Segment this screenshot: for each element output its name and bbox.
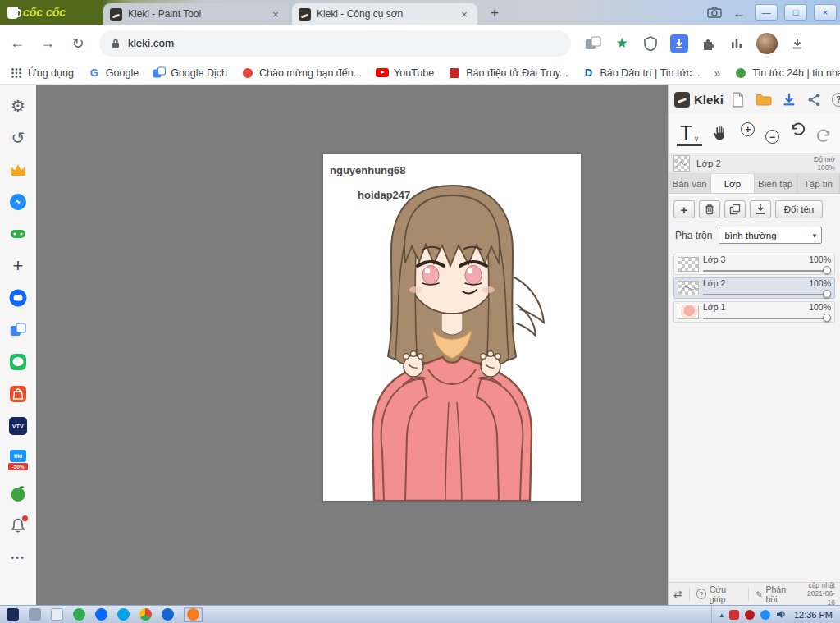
- bookmark-bao-dien-tu[interactable]: Báo điện tử Đài Truy...: [448, 66, 568, 80]
- bookmark-google-dich[interactable]: Google Dịch: [153, 66, 227, 80]
- tab-tap-tin[interactable]: Tập tin: [797, 174, 840, 193]
- download-manager-icon[interactable]: [670, 34, 688, 53]
- feedback-link[interactable]: ✎ Phản hồi: [756, 584, 797, 604]
- tab-kleki-cong-cu-son[interactable]: Kleki - Công cụ sơn ×: [292, 3, 477, 25]
- bookmarks-overflow-chevron[interactable]: »: [714, 66, 720, 80]
- coccoc-green-icon[interactable]: [73, 608, 85, 621]
- games-controller-icon[interactable]: [8, 224, 28, 244]
- new-image-icon[interactable]: [730, 91, 746, 108]
- taskbar-clock[interactable]: 12:36 PM: [792, 610, 833, 620]
- new-tab-button[interactable]: +: [486, 4, 504, 22]
- rewards-crown-icon[interactable]: [8, 160, 28, 180]
- zoom-out-icon[interactable]: −: [765, 130, 779, 144]
- nav-forward-icon[interactable]: →: [34, 30, 61, 57]
- bookmark-star-icon[interactable]: ★: [613, 34, 631, 53]
- bookmark-chao-mung[interactable]: Chào mừng bạn đến...: [241, 66, 362, 80]
- bookmark-tin-tuc-24h[interactable]: Tin tức 24h | tin nha...: [734, 66, 840, 80]
- tab-ban-van[interactable]: Bản văn: [669, 174, 711, 193]
- bookmark-google[interactable]: G Google: [88, 66, 139, 80]
- save-download-icon[interactable]: [781, 91, 797, 108]
- bookmark-dan-tri[interactable]: D Báo Dân trí | Tin tức...: [582, 66, 700, 80]
- layer-opacity-slider[interactable]: [703, 266, 831, 274]
- zalo-icon[interactable]: [8, 288, 28, 308]
- layer-opacity-slider[interactable]: [703, 290, 831, 298]
- more-apps-icon[interactable]: •••: [8, 547, 28, 567]
- vtv-go-icon[interactable]: VTV: [8, 416, 28, 436]
- messenger-icon[interactable]: [8, 192, 28, 212]
- chrome-icon[interactable]: [139, 608, 152, 621]
- system-tray: ▴ 12:36 PM: [711, 606, 840, 623]
- maximize-button[interactable]: □: [784, 4, 807, 21]
- desktop-icon[interactable]: [29, 608, 41, 621]
- history-icon[interactable]: ↺: [8, 128, 28, 148]
- start-icon[interactable]: [7, 608, 19, 621]
- layer-opacity-slider[interactable]: [703, 314, 831, 322]
- duplicate-layer-button[interactable]: [724, 200, 746, 218]
- undo-icon[interactable]: [790, 122, 806, 138]
- swap-icon[interactable]: ⇄: [673, 588, 682, 600]
- coccoc-menu-button[interactable]: cốc cốc: [0, 0, 102, 25]
- zoom-in-icon[interactable]: +: [741, 122, 755, 136]
- drawing-canvas[interactable]: nguyenhung68 hoidap247: [323, 154, 581, 501]
- line-messenger-icon[interactable]: [8, 352, 28, 372]
- tab-kleki-paint-tool[interactable]: Kleki - Paint Tool ×: [103, 3, 289, 25]
- profile-avatar[interactable]: [756, 33, 778, 54]
- rename-layer-button[interactable]: Đổi tên: [775, 200, 823, 218]
- address-bar[interactable]: kleki.com: [99, 30, 571, 57]
- tab-lop[interactable]: Lớp: [711, 174, 754, 193]
- skype-icon[interactable]: [117, 608, 130, 621]
- blend-mode-select[interactable]: bình thường ▾: [719, 227, 822, 244]
- translate-app-icon[interactable]: [8, 320, 28, 340]
- redo-icon[interactable]: [816, 129, 832, 144]
- layer-row-lop-1[interactable]: Lớp 1 100%: [673, 301, 835, 323]
- bookmark-apps[interactable]: Ứng dụng: [10, 66, 74, 80]
- layer-row-lop-2[interactable]: Lớp 2 100%: [673, 277, 835, 299]
- nav-reload-icon[interactable]: ↻: [65, 30, 91, 57]
- mango-icon[interactable]: [8, 483, 28, 503]
- volume-icon[interactable]: [776, 610, 787, 619]
- red-tray-icon[interactable]: [745, 610, 755, 620]
- translate-icon[interactable]: [584, 34, 602, 53]
- hand-tool-icon[interactable]: [713, 125, 730, 142]
- screen-capture-icon[interactable]: [705, 3, 724, 21]
- notifications-bell-icon[interactable]: [8, 515, 28, 535]
- nav-back-icon[interactable]: ←: [4, 30, 30, 57]
- media-icon[interactable]: [728, 34, 746, 53]
- add-app-icon[interactable]: +: [8, 256, 28, 276]
- help-icon[interactable]: ?: [832, 93, 840, 107]
- text-tool-glyph: T: [680, 123, 692, 143]
- settings-gear-icon[interactable]: ⚙: [8, 96, 28, 116]
- apps-grid-icon: [10, 66, 23, 80]
- active-layer-bar[interactable]: Lớp 2 Độ mở 100%: [669, 153, 840, 174]
- tiki-icon[interactable]: tiki -50%: [8, 448, 28, 471]
- shield-icon[interactable]: [641, 34, 660, 53]
- antivirus-tray-icon[interactable]: [729, 610, 739, 620]
- active-app-button[interactable]: [184, 607, 203, 622]
- minimize-button[interactable]: —: [755, 4, 778, 21]
- back-arrow-icon[interactable]: ←: [730, 3, 748, 21]
- tab-close-icon[interactable]: ×: [458, 7, 471, 21]
- layer-row-lop-3[interactable]: Lớp 3 100%: [673, 254, 835, 275]
- blue-tray-icon[interactable]: [760, 610, 770, 620]
- help-link[interactable]: ? Cứu giúp: [696, 584, 742, 604]
- download-arrow-icon[interactable]: [788, 34, 806, 53]
- tab-bien-tap[interactable]: Biên tập: [755, 174, 797, 193]
- add-layer-button[interactable]: +: [673, 200, 695, 218]
- zalo-taskbar-icon[interactable]: [95, 608, 107, 621]
- close-button[interactable]: ×: [814, 4, 837, 21]
- merge-layer-button[interactable]: [750, 200, 771, 218]
- bookmark-youtube[interactable]: YouTube: [376, 66, 434, 80]
- shopee-icon[interactable]: [8, 384, 28, 404]
- kleki-logo-button[interactable]: Kleki: [674, 92, 724, 108]
- tab-close-icon[interactable]: ×: [269, 7, 282, 21]
- coccoc-brand-label: cốc cốc: [23, 6, 66, 19]
- extensions-puzzle-icon[interactable]: [699, 34, 717, 53]
- edge-icon[interactable]: [162, 608, 174, 621]
- open-folder-icon[interactable]: [756, 91, 772, 108]
- kleki-workspace[interactable]: nguyenhung68 hoidap247: [36, 85, 668, 605]
- ime-keyboard-icon[interactable]: [51, 608, 63, 621]
- tray-expand-icon[interactable]: ▴: [719, 611, 724, 619]
- share-icon[interactable]: [806, 91, 823, 108]
- text-tool-button[interactable]: T ∨: [677, 121, 702, 146]
- delete-layer-button[interactable]: [699, 200, 720, 218]
